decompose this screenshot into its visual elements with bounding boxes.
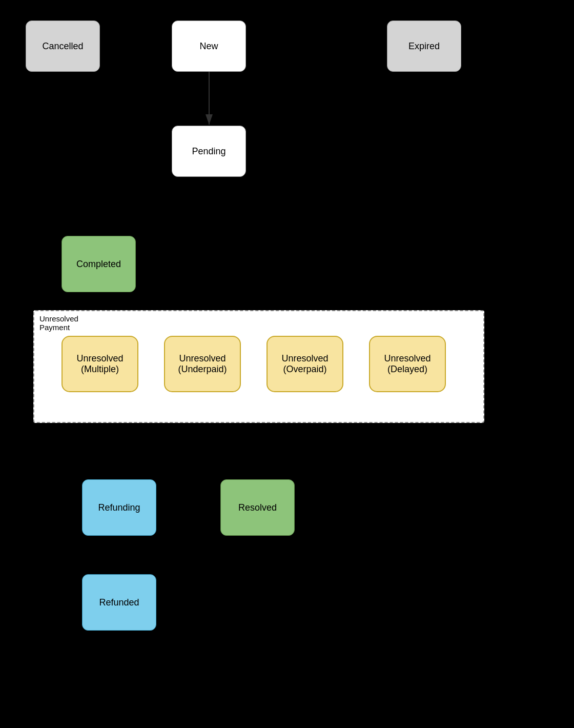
expired-label: Expired [408, 41, 440, 52]
unresolved-delayed-label: Unresolved (Delayed) [384, 353, 430, 375]
unresolved-payment-label: Unresolved Payment [39, 314, 78, 332]
refunding-node: Refunding [82, 479, 156, 536]
unresolved-underpaid-node: Unresolved (Underpaid) [164, 336, 241, 392]
pending-node: Pending [172, 126, 246, 177]
new-label: New [199, 41, 218, 52]
resolved-label: Resolved [238, 502, 277, 513]
refunding-label: Refunding [98, 502, 140, 513]
unresolved-multiple-node: Unresolved (Multiple) [61, 336, 138, 392]
unresolved-overpaid-node: Unresolved (Overpaid) [266, 336, 343, 392]
pending-label: Pending [192, 146, 225, 157]
refunded-node: Refunded [82, 574, 156, 631]
completed-label: Completed [76, 259, 121, 270]
unresolved-multiple-label: Unresolved (Multiple) [76, 353, 123, 375]
refunded-label: Refunded [99, 597, 139, 608]
cancelled-node: Cancelled [26, 21, 100, 72]
unresolved-delayed-node: Unresolved (Delayed) [369, 336, 446, 392]
resolved-node: Resolved [220, 479, 295, 536]
completed-node: Completed [61, 236, 136, 292]
expired-node: Expired [387, 21, 461, 72]
new-node: New [172, 21, 246, 72]
diagram-container: Unresolved Payment Cancelled New Expired… [0, 0, 574, 728]
unresolved-underpaid-label: Unresolved (Underpaid) [178, 353, 227, 375]
cancelled-label: Cancelled [42, 41, 83, 52]
unresolved-overpaid-label: Unresolved (Overpaid) [281, 353, 328, 375]
